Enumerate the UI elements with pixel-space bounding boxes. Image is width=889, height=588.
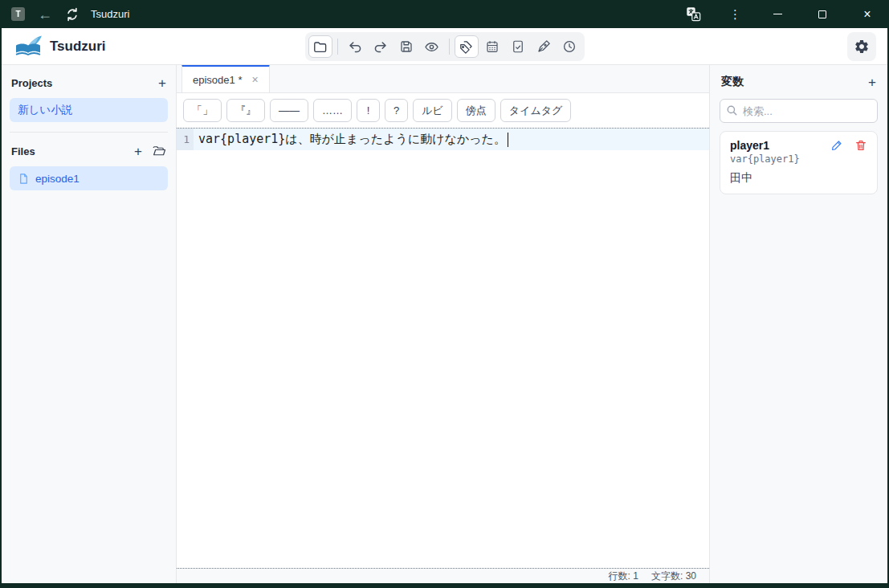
- project-item[interactable]: 新しい小説: [10, 98, 168, 122]
- clock-button[interactable]: [557, 35, 581, 58]
- insert-emphasis-dots-button[interactable]: 傍点: [457, 99, 495, 122]
- files-header: Files +: [11, 144, 166, 158]
- app-name: Tsudzuri: [50, 39, 106, 55]
- insert-timetag-button[interactable]: タイムタグ: [500, 99, 572, 122]
- variables-title: 変数: [721, 75, 744, 89]
- file-item-label: episode1: [35, 173, 80, 185]
- variable-card: player1 var{player1} 田中: [720, 131, 878, 194]
- tabbar: episode1 * ×: [177, 65, 709, 93]
- toolbar-separator: [449, 39, 450, 55]
- tab-label: episode1 *: [193, 74, 242, 86]
- open-folder-button[interactable]: [152, 144, 166, 158]
- menu-dots-icon[interactable]: ⋮: [726, 7, 744, 22]
- statusbar: 行数: 1 文字数: 30: [177, 569, 709, 583]
- project-item-label: 新しい小説: [18, 103, 72, 117]
- folder-open-icon: [152, 144, 166, 158]
- undo-button[interactable]: [343, 35, 367, 58]
- variable-tag: var{player1}: [730, 153, 867, 165]
- editor-line[interactable]: 1 var{player1}は、時が止まったように動けなかった。: [177, 129, 709, 150]
- minimize-button[interactable]: [765, 3, 789, 26]
- line-count: 行数: 1: [609, 570, 638, 583]
- line-text: var{player1}は、時が止まったように動けなかった。: [198, 132, 506, 147]
- variables-panel: 変数 + player1: [709, 65, 887, 583]
- variable-value: 田中: [730, 171, 867, 186]
- char-count: 文字数: 30: [651, 570, 696, 583]
- app-window: T ← Tsudzuri ⋮ ×: [0, 0, 889, 588]
- preview-eye-button[interactable]: [420, 35, 444, 58]
- titlebar: T ← Tsudzuri ⋮ ×: [2, 0, 887, 28]
- tags-button[interactable]: [455, 35, 479, 58]
- window-title: Tsudzuri: [91, 8, 129, 20]
- trash-icon: [854, 139, 867, 152]
- translate-icon[interactable]: [681, 3, 705, 26]
- document-check-button[interactable]: [506, 35, 530, 58]
- toolbar-separator: [337, 39, 338, 55]
- tab-episode1[interactable]: episode1 * ×: [181, 64, 270, 92]
- insert-exclamation-button[interactable]: !: [357, 99, 380, 122]
- close-button[interactable]: ×: [855, 3, 879, 26]
- folder-button[interactable]: [308, 35, 332, 58]
- variable-search: [720, 99, 878, 123]
- maximize-button[interactable]: [810, 3, 834, 26]
- insert-dash-button[interactable]: ——: [270, 99, 308, 122]
- app-badge-icon: T: [11, 7, 25, 21]
- edit-variable-button[interactable]: [830, 139, 843, 152]
- projects-header: Projects +: [11, 76, 166, 90]
- app-header: Tsudzuri: [2, 28, 887, 65]
- tab-close-icon[interactable]: ×: [251, 74, 258, 85]
- back-icon[interactable]: ←: [38, 7, 52, 22]
- refresh-icon[interactable]: [65, 7, 80, 22]
- redo-button[interactable]: [369, 35, 393, 58]
- search-input[interactable]: [720, 99, 878, 123]
- format-toolbar: 「」 『』 —— …… ! ? ルビ 傍点 タイムタグ: [177, 93, 709, 128]
- insert-question-button[interactable]: ?: [385, 99, 408, 122]
- insert-quote-button[interactable]: 「」: [183, 99, 222, 122]
- app-logo: [13, 35, 43, 59]
- variables-header: 変数 +: [721, 75, 876, 89]
- add-file-button[interactable]: +: [134, 145, 142, 158]
- text-editor[interactable]: 1 var{player1}は、時が止まったように動けなかった。: [177, 128, 709, 569]
- text-caret: [508, 133, 509, 147]
- projects-title: Projects: [11, 77, 52, 89]
- file-item[interactable]: episode1: [10, 166, 168, 190]
- insert-double-quote-button[interactable]: 『』: [226, 99, 265, 122]
- line-number: 1: [177, 129, 194, 150]
- calendar-button[interactable]: [480, 35, 504, 58]
- pen-button[interactable]: [532, 35, 556, 58]
- brand: Tsudzuri: [13, 35, 106, 59]
- sidebar-divider: [10, 132, 168, 133]
- add-variable-button[interactable]: +: [868, 76, 876, 89]
- files-title: Files: [11, 145, 35, 157]
- file-icon: [18, 173, 30, 185]
- pencil-icon: [830, 139, 843, 152]
- app-content: Tsudzuri: [2, 28, 887, 583]
- insert-ruby-button[interactable]: ルビ: [413, 99, 452, 122]
- delete-variable-button[interactable]: [854, 139, 867, 152]
- editor-pane: episode1 * × 「」 『』 —— …… ! ? ルビ 傍点 タイムタグ: [177, 65, 709, 583]
- main-toolbar: [305, 32, 585, 61]
- body: Projects + 新しい小説 Files +: [2, 65, 887, 583]
- save-button[interactable]: [394, 35, 418, 58]
- sidebar: Projects + 新しい小説 Files +: [2, 65, 177, 583]
- gear-icon: [854, 39, 870, 55]
- add-project-button[interactable]: +: [158, 76, 166, 90]
- variable-name: player1: [730, 139, 769, 152]
- search-icon: [726, 104, 738, 116]
- settings-button[interactable]: [847, 32, 876, 61]
- insert-ellipsis-button[interactable]: ……: [313, 99, 352, 122]
